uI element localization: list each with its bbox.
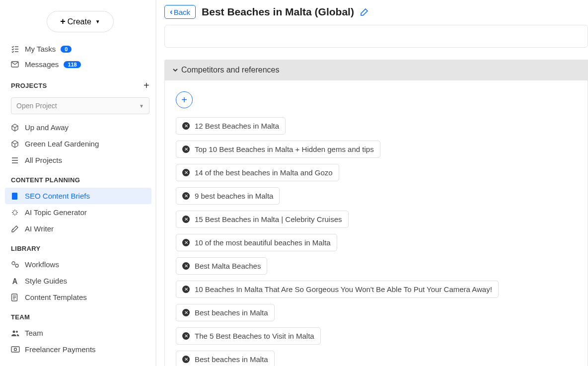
competitor-label: 10 Beaches In Malta That Are So Gorgeous… <box>195 285 492 293</box>
sidebar: + Create ▼ My Tasks 0 Messages 118 PROJE… <box>0 0 156 366</box>
competitor-label: Best beaches in Malta <box>195 355 268 364</box>
competitor-item[interactable]: ✕Best beaches in Malta <box>176 304 275 321</box>
create-button[interactable]: + Create ▼ <box>47 11 113 32</box>
competitor-item[interactable]: ✕15 Best Beaches in Malta | Celebrity Cr… <box>176 211 349 228</box>
nav-label: Team <box>25 329 43 337</box>
project-green-leaf[interactable]: Green Leaf Gardening <box>5 136 151 152</box>
nav-label: SEO Content Briefs <box>25 192 90 200</box>
plus-icon: + <box>60 16 66 27</box>
list-icon <box>11 157 20 164</box>
main-content: ‹ Back Best Beaches in Malta (Global) Co… <box>156 0 588 366</box>
cube-icon <box>11 124 20 132</box>
project-up-and-away[interactable]: Up and Away <box>5 119 151 136</box>
svg-point-8 <box>12 262 15 265</box>
gears-icon <box>11 261 20 268</box>
nav-messages-label: Messages <box>25 60 59 69</box>
library-header: LIBRARY <box>11 245 40 252</box>
font-icon <box>11 278 20 285</box>
competitor-item[interactable]: ✕9 best beaches in Malta <box>176 187 280 205</box>
remove-competitor-icon[interactable]: ✕ <box>182 122 190 130</box>
open-project-select[interactable]: Open Project ▼ <box>11 97 149 114</box>
accordion-title: Competitors and references <box>181 66 279 74</box>
svg-point-14 <box>13 330 15 333</box>
remove-competitor-icon[interactable]: ✕ <box>182 146 190 153</box>
competitor-label: 9 best beaches in Malta <box>195 192 273 200</box>
edit-title-button[interactable] <box>360 8 368 16</box>
pencil-icon <box>11 225 20 233</box>
create-label: Create <box>68 17 91 26</box>
svg-rect-7 <box>12 193 17 200</box>
competitor-label: Top 10 Best Beaches in Malta + Hidden ge… <box>195 145 374 153</box>
competitor-label: Best beaches in Malta <box>195 308 268 317</box>
competitor-item[interactable]: ✕Best beaches in Malta <box>176 351 275 366</box>
cube-icon <box>11 140 20 148</box>
remove-competitor-icon[interactable]: ✕ <box>182 286 190 293</box>
tasks-icon <box>11 45 20 53</box>
chevron-down-icon <box>172 67 178 73</box>
competitor-item[interactable]: ✕The 5 Best Beaches to Visit in Malta <box>176 327 321 345</box>
remove-competitor-icon[interactable]: ✕ <box>182 239 190 246</box>
competitors-accordion-header[interactable]: Competitors and references <box>164 60 588 80</box>
competitor-item[interactable]: ✕Top 10 Best Beaches in Malta + Hidden g… <box>176 141 380 158</box>
back-button[interactable]: ‹ Back <box>164 5 196 19</box>
project-label: Up and Away <box>25 123 69 132</box>
nav-workflows[interactable]: Workflows <box>5 256 151 273</box>
nav-ai-topic-generator[interactable]: AI Topic Generator <box>5 204 151 220</box>
document-icon <box>11 192 20 200</box>
remove-competitor-icon[interactable]: ✕ <box>182 356 190 363</box>
competitor-label: The 5 Best Beaches to Visit in Malta <box>195 332 314 340</box>
nav-style-guides[interactable]: Style Guides <box>5 273 151 289</box>
nav-my-tasks[interactable]: My Tasks 0 <box>5 41 155 57</box>
sparkle-icon <box>11 209 20 217</box>
nav-messages[interactable]: Messages 118 <box>5 57 155 72</box>
users-icon <box>11 330 20 337</box>
projects-header: PROJECTS <box>11 82 47 89</box>
nav-seo-content-briefs[interactable]: SEO Content Briefs <box>5 188 151 204</box>
remove-competitor-icon[interactable]: ✕ <box>182 216 190 223</box>
nav-label: Content Templates <box>25 293 87 301</box>
competitor-label: 10 of the most beautiful beaches in Malt… <box>195 238 331 247</box>
svg-point-15 <box>16 331 18 333</box>
content-planning-header: CONTENT PLANNING <box>11 176 80 184</box>
nav-label: AI Topic Generator <box>25 208 87 217</box>
envelope-icon <box>11 61 20 68</box>
nav-label: Style Guides <box>25 277 67 285</box>
nav-ai-writer[interactable]: AI Writer <box>5 220 151 237</box>
remove-competitor-icon[interactable]: ✕ <box>182 169 190 176</box>
nav-label: Freelancer Payments <box>25 345 96 354</box>
team-header: TEAM <box>11 313 30 321</box>
remove-competitor-icon[interactable]: ✕ <box>182 332 190 340</box>
remove-competitor-icon[interactable]: ✕ <box>182 262 190 270</box>
nav-content-templates[interactable]: Content Templates <box>5 289 151 305</box>
nav-my-tasks-label: My Tasks <box>25 45 56 53</box>
competitor-label: 14 of the best beaches in Malta and Gozo <box>195 168 333 177</box>
add-project-icon[interactable]: + <box>144 80 149 91</box>
svg-point-17 <box>14 348 17 351</box>
payment-icon <box>11 346 20 353</box>
remove-competitor-icon[interactable]: ✕ <box>182 192 190 200</box>
competitor-item[interactable]: ✕Best Malta Beaches <box>176 257 267 275</box>
competitor-label: 15 Best Beaches in Malta | Celebrity Cru… <box>195 215 342 223</box>
project-all-projects[interactable]: All Projects <box>5 152 151 168</box>
competitor-label: Best Malta Beaches <box>195 262 261 270</box>
back-label: Back <box>174 8 190 16</box>
competitor-item[interactable]: ✕10 of the most beautiful beaches in Mal… <box>176 234 337 251</box>
competitor-item[interactable]: ✕12 Best Beaches in Malta <box>176 117 286 135</box>
nav-label: Workflows <box>25 260 59 269</box>
nav-team[interactable]: Team <box>5 325 151 341</box>
competitor-item[interactable]: ✕14 of the best beaches in Malta and Goz… <box>176 164 339 181</box>
chevron-left-icon: ‹ <box>170 7 173 17</box>
add-competitor-button[interactable]: + <box>176 91 193 108</box>
caret-down-icon: ▼ <box>139 103 144 109</box>
messages-badge: 118 <box>64 61 80 68</box>
template-icon <box>11 293 20 301</box>
caret-down-icon: ▼ <box>95 19 100 24</box>
competitors-accordion-body: + ✕12 Best Beaches in Malta✕Top 10 Best … <box>164 80 588 366</box>
competitor-item[interactable]: ✕10 Beaches In Malta That Are So Gorgeou… <box>176 281 499 298</box>
previous-section-stub <box>164 25 588 48</box>
nav-label: AI Writer <box>25 224 54 233</box>
my-tasks-badge: 0 <box>61 46 72 53</box>
svg-point-9 <box>15 264 18 267</box>
remove-competitor-icon[interactable]: ✕ <box>182 309 190 316</box>
nav-freelancer-payments[interactable]: Freelancer Payments <box>5 341 151 358</box>
